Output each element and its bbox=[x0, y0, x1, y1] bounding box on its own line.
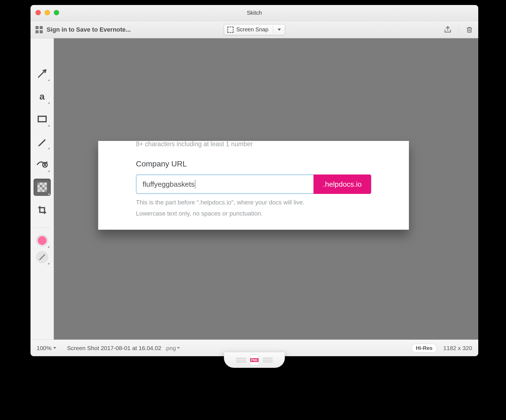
trash-icon[interactable] bbox=[465, 26, 473, 34]
help-text: This is the part before ".helpdocs.io", … bbox=[136, 199, 371, 206]
form-card: 8+ characters including at least 1 numbe… bbox=[116, 141, 391, 230]
titlebar[interactable]: Skitch bbox=[31, 5, 478, 21]
tool-crop[interactable] bbox=[34, 201, 51, 219]
grip-icon bbox=[236, 358, 246, 362]
text-icon: a bbox=[39, 91, 45, 102]
captured-image: 8+ characters including at least 1 numbe… bbox=[98, 141, 409, 230]
divider bbox=[34, 227, 50, 228]
zoom-control[interactable]: 100% bbox=[37, 345, 56, 351]
chevron-down-icon bbox=[177, 347, 180, 349]
tool-marker[interactable] bbox=[34, 133, 51, 150]
chevron-down-icon bbox=[277, 29, 281, 31]
zoom-icon[interactable] bbox=[54, 10, 59, 15]
tool-pixelate[interactable] bbox=[34, 179, 51, 196]
skitch-window: Skitch Sign in to Save to Evernote... Sc… bbox=[31, 5, 478, 356]
svg-rect-7 bbox=[37, 187, 40, 190]
zoom-value: 100% bbox=[37, 345, 52, 351]
tool-arrow[interactable] bbox=[34, 65, 51, 82]
format-badge: PNG bbox=[250, 358, 259, 362]
password-hint: 8+ characters including at least 1 numbe… bbox=[136, 140, 371, 148]
company-url-input[interactable]: fluffyeggbaskets bbox=[136, 174, 313, 194]
stroke-swatch[interactable] bbox=[37, 252, 48, 263]
capture-mode-button[interactable]: Screen Snap bbox=[224, 24, 285, 35]
color-swatch[interactable] bbox=[37, 235, 48, 246]
text-caret bbox=[195, 180, 195, 189]
canvas[interactable]: 8+ characters including at least 1 numbe… bbox=[54, 38, 478, 340]
dimensions: 1182 x 320 bbox=[443, 345, 472, 351]
field-label: Company URL bbox=[136, 160, 371, 168]
minimize-icon[interactable] bbox=[45, 10, 50, 15]
svg-rect-0 bbox=[38, 116, 46, 122]
close-icon[interactable] bbox=[36, 10, 41, 15]
format-value: .png bbox=[165, 345, 176, 351]
file-icon: PNG bbox=[250, 355, 259, 366]
tool-sidebar: a bbox=[31, 38, 54, 340]
svg-rect-4 bbox=[42, 183, 45, 185]
input-value: fluffyeggbaskets bbox=[143, 180, 194, 189]
chevron-down-icon bbox=[53, 347, 56, 349]
drag-handle[interactable]: PNG bbox=[224, 352, 285, 368]
divider bbox=[459, 25, 459, 34]
url-suffix: .helpdocs.io bbox=[313, 174, 371, 194]
svg-rect-9 bbox=[40, 190, 42, 192]
apps-icon[interactable] bbox=[36, 26, 43, 33]
toolbar: Sign in to Save to Evernote... Screen Sn… bbox=[31, 21, 478, 38]
screensnap-icon bbox=[227, 27, 234, 33]
format-dropdown[interactable]: .png bbox=[165, 345, 180, 351]
capture-mode-label: Screen Snap bbox=[236, 26, 269, 33]
svg-rect-3 bbox=[37, 183, 40, 185]
hires-badge[interactable]: Hi-Res bbox=[412, 344, 437, 353]
tool-text[interactable]: a bbox=[34, 88, 51, 105]
grip-icon bbox=[263, 358, 273, 362]
signin-link[interactable]: Sign in to Save to Evernote... bbox=[47, 26, 131, 33]
svg-rect-6 bbox=[44, 185, 47, 188]
share-icon[interactable] bbox=[444, 26, 452, 34]
tool-stamp[interactable] bbox=[34, 156, 51, 173]
tool-rect[interactable] bbox=[34, 110, 51, 128]
filename[interactable]: Screen Shot 2017-08-01 at 16.04.02 bbox=[67, 345, 161, 351]
svg-rect-8 bbox=[42, 187, 45, 190]
help-text: Lowercase text only, no spaces or punctu… bbox=[136, 210, 371, 217]
window-title: Skitch bbox=[247, 10, 262, 16]
svg-rect-10 bbox=[44, 190, 47, 192]
svg-rect-5 bbox=[40, 185, 42, 188]
